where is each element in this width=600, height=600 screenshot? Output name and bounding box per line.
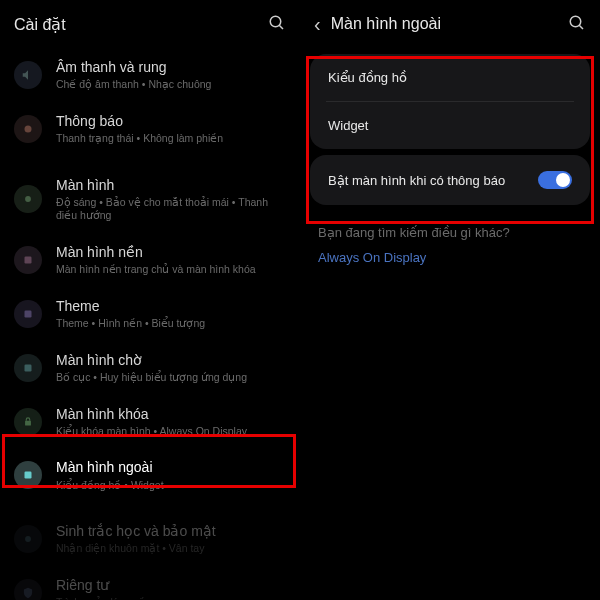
- item-sub: Nhận diện khuôn mặt • Vân tay: [56, 542, 286, 556]
- item-sub: Màn hình nền trang chủ và màn hình khóa: [56, 263, 286, 277]
- item-title: Màn hình khóa: [56, 405, 286, 423]
- row-widget[interactable]: Widget: [310, 102, 590, 149]
- item-title: Theme: [56, 297, 286, 315]
- item-sub: Chế độ âm thanh • Nhạc chuông: [56, 78, 286, 92]
- svg-line-1: [279, 25, 283, 29]
- item-notifications[interactable]: Thông báo Thanh trạng thái • Không làm p…: [0, 102, 300, 156]
- row-label: Kiểu đồng hồ: [328, 70, 572, 85]
- item-wallpaper[interactable]: Màn hình nền Màn hình nền trang chủ và m…: [0, 233, 300, 287]
- svg-point-2: [25, 125, 32, 132]
- item-sub: Thanh trạng thái • Không làm phiền: [56, 132, 286, 146]
- left-header: Cài đặt: [0, 0, 300, 48]
- item-biometrics[interactable]: Sinh trắc học và bảo mật Nhận diện khuôn…: [0, 512, 300, 566]
- item-sub: Độ sáng • Bảo vệ cho mắt thoải mái • Tha…: [56, 196, 286, 223]
- toggle-card: Bật màn hình khi có thông báo: [310, 155, 590, 205]
- item-sub: Kiểu khóa màn hình • Always On Display: [56, 425, 286, 439]
- bell-icon: [14, 115, 42, 143]
- wallpaper-icon: [14, 246, 42, 274]
- item-themes[interactable]: Theme Theme • Hình nền • Biểu tượng: [0, 287, 300, 341]
- item-cover-screen[interactable]: Màn hình ngoài Kiểu đồng hồ • Widget: [0, 448, 300, 502]
- item-title: Sinh trắc học và bảo mật: [56, 522, 286, 540]
- item-display[interactable]: Màn hình Độ sáng • Bảo vệ cho mắt thoải …: [0, 166, 300, 233]
- row-notification-toggle[interactable]: Bật màn hình khi có thông báo: [310, 155, 590, 205]
- svg-point-3: [25, 196, 31, 202]
- cover-screen-icon: [14, 461, 42, 489]
- svg-line-11: [579, 25, 583, 29]
- lock-icon: [14, 408, 42, 436]
- svg-point-9: [25, 536, 31, 542]
- svg-rect-6: [25, 364, 32, 371]
- right-title: Màn hình ngoài: [331, 15, 568, 33]
- svg-rect-8: [25, 472, 32, 479]
- left-title: Cài đặt: [14, 15, 268, 34]
- privacy-icon: [14, 579, 42, 600]
- item-title: Riêng tư: [56, 576, 286, 594]
- item-title: Âm thanh và rung: [56, 58, 286, 76]
- display-icon: [14, 185, 42, 213]
- row-label: Widget: [328, 118, 572, 133]
- theme-icon: [14, 300, 42, 328]
- item-sound[interactable]: Âm thanh và rung Chế độ âm thanh • Nhạc …: [0, 48, 300, 102]
- item-title: Màn hình nền: [56, 243, 286, 261]
- toggle-switch-on[interactable]: [538, 171, 572, 189]
- cover-screen-panel: ‹ Màn hình ngoài Kiểu đồng hồ Widget Bật…: [300, 0, 600, 600]
- settings-panel: Cài đặt Âm thanh và rung Chế độ âm thanh…: [0, 0, 300, 600]
- settings-list: Âm thanh và rung Chế độ âm thanh • Nhạc …: [0, 48, 300, 600]
- item-home-screen[interactable]: Màn hình chờ Bố cục • Huy hiệu biểu tượn…: [0, 341, 300, 395]
- search-hint: Bạn đang tìm kiếm điều gì khác?: [300, 211, 600, 244]
- item-privacy[interactable]: Riêng tư Trình quản lý quyền: [0, 566, 300, 600]
- svg-rect-4: [25, 257, 32, 264]
- back-icon[interactable]: ‹: [314, 14, 321, 34]
- item-title: Màn hình chờ: [56, 351, 286, 369]
- right-header: ‹ Màn hình ngoài: [300, 0, 600, 48]
- item-title: Màn hình ngoài: [56, 458, 286, 476]
- svg-rect-7: [25, 420, 31, 425]
- item-title: Thông báo: [56, 112, 286, 130]
- options-card: Kiểu đồng hồ Widget: [310, 54, 590, 149]
- item-title: Màn hình: [56, 176, 286, 194]
- row-label: Bật màn hình khi có thông báo: [328, 173, 538, 188]
- home-icon: [14, 354, 42, 382]
- item-lock-screen[interactable]: Màn hình khóa Kiểu khóa màn hình • Alway…: [0, 395, 300, 449]
- item-sub: Theme • Hình nền • Biểu tượng: [56, 317, 286, 331]
- item-sub: Trình quản lý quyền: [56, 596, 286, 600]
- link-always-on-display[interactable]: Always On Display: [300, 244, 600, 271]
- svg-point-0: [270, 16, 281, 27]
- svg-rect-5: [25, 310, 32, 317]
- sound-icon: [14, 61, 42, 89]
- search-icon[interactable]: [268, 14, 286, 35]
- item-sub: Bố cục • Huy hiệu biểu tượng ứng dụng: [56, 371, 286, 385]
- fingerprint-icon: [14, 525, 42, 553]
- item-sub: Kiểu đồng hồ • Widget: [56, 479, 286, 493]
- search-icon[interactable]: [568, 14, 586, 35]
- row-clock-style[interactable]: Kiểu đồng hồ: [310, 54, 590, 101]
- svg-point-10: [570, 16, 581, 27]
